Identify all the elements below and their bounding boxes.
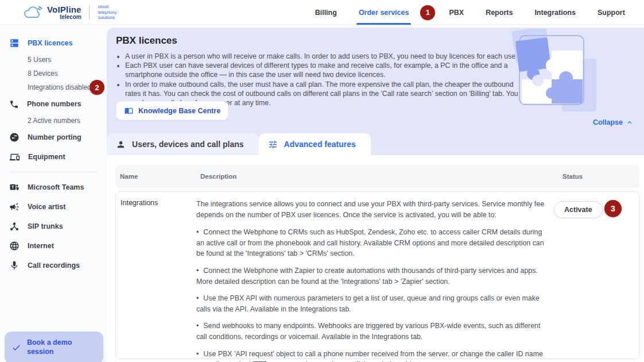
sidebar-item-phone-numbers[interactable]: Phone numbers xyxy=(0,94,107,114)
megaphone-icon xyxy=(9,202,20,212)
tune-icon xyxy=(268,140,278,149)
sidebar: PBX licences 5 Users 8 Devices Integrati… xyxy=(0,25,107,362)
description-bullet: •Use the PBX API with numerous parameter… xyxy=(196,293,546,314)
svg-text:T: T xyxy=(11,184,14,190)
sidebar-item-pbx-licences[interactable]: PBX licences xyxy=(0,33,107,53)
column-description: Description xyxy=(196,173,558,180)
porting-swap-icon xyxy=(9,132,20,143)
top-navigation: Billing Order services 1 PBX Reports Int… xyxy=(315,0,625,25)
info-bullet: A user in PBX is a person who will recei… xyxy=(125,52,520,61)
pbx-licences-icon xyxy=(9,38,20,48)
row-status: Activate 3 xyxy=(557,199,639,362)
nav-order-services[interactable]: Order services xyxy=(359,0,409,25)
sidebar-item-equipment[interactable]: Equipment xyxy=(0,147,107,167)
knowledge-base-button[interactable]: Knowledge Base Centre xyxy=(116,101,228,120)
sidebar-item-call-recordings[interactable]: Call recordings xyxy=(0,256,107,275)
nav-support[interactable]: Support xyxy=(598,0,625,25)
book-demo-button[interactable]: Book a demo session xyxy=(5,332,103,362)
table-row-integrations: Integrations The integrations service al… xyxy=(115,191,639,359)
globe-icon xyxy=(9,241,20,251)
sidebar-item-users[interactable]: 5 Users xyxy=(0,53,107,67)
description-intro: The integrations service allows you to c… xyxy=(196,199,546,220)
tab-users-devices-call-plans[interactable]: Users, devices and call plans xyxy=(107,133,259,155)
nav-integrations[interactable]: Integrations xyxy=(534,0,576,25)
integrations-disabled-badge: 2 xyxy=(90,80,104,95)
sidebar-item-sip-trunks[interactable]: SIP trunks xyxy=(0,217,107,236)
column-name: Name xyxy=(115,173,196,180)
puzzle-illustration xyxy=(505,29,599,118)
pbx-licences-header-panel: PBX licences A user in PBX is a person w… xyxy=(107,28,644,132)
info-bullet: Each PBX user can have several devices o… xyxy=(125,61,520,79)
activate-badge: 3 xyxy=(604,200,622,217)
description-bullet: •Connect the Webphone with Zapier to cre… xyxy=(196,265,546,287)
logo-divider xyxy=(89,6,90,20)
advanced-features-content: Name Description Status Integrations The… xyxy=(107,155,644,362)
nav-order-services-badge: 1 xyxy=(420,5,435,20)
description-bullet: •Send webhooks to many endpoints. Webhoo… xyxy=(196,321,546,342)
sidebar-item-voice-artist[interactable]: Voice artist xyxy=(0,197,107,217)
main-area: PBX licences A user in PBX is a person w… xyxy=(107,25,644,362)
row-description: The integrations service allows you to c… xyxy=(196,199,557,362)
nav-billing[interactable]: Billing xyxy=(315,0,337,25)
tab-advanced-features[interactable]: Advanced features xyxy=(259,133,371,155)
brand-tagline: cloud telephony solutions xyxy=(98,4,126,20)
activate-button[interactable]: Activate xyxy=(554,201,603,218)
sidebar-item-devices[interactable]: 8 Devices xyxy=(0,67,107,80)
sidebar-item-internet[interactable]: Internet xyxy=(0,236,107,256)
sidebar-item-active-numbers[interactable]: 2 Active numbers xyxy=(0,114,107,128)
brand-logo[interactable]: VoIPline telecom cloud telephony solutio… xyxy=(23,4,126,20)
sidebar-divider xyxy=(9,172,98,172)
microsoft-teams-icon: T xyxy=(9,182,20,192)
open-book-icon xyxy=(124,106,134,115)
description-bullet: •Use PBX 'API request' object to call a … xyxy=(196,349,546,362)
description-bullet: •Connect the Webphone to CRMs such as Hu… xyxy=(196,227,546,259)
check-icon xyxy=(11,342,21,353)
chevron-up-icon xyxy=(626,118,634,126)
tabs-bar: Users, devices and call plans Advanced f… xyxy=(107,132,644,155)
microphone-icon xyxy=(9,260,20,271)
top-bar: VoIPline telecom cloud telephony solutio… xyxy=(0,0,644,25)
nav-pbx[interactable]: PBX xyxy=(449,0,464,25)
sip-trunks-hub-icon xyxy=(9,221,20,232)
equipment-devices-icon xyxy=(9,152,20,162)
nav-reports[interactable]: Reports xyxy=(486,0,513,25)
phone-icon xyxy=(9,99,19,109)
brand-name: VoIPline telecom xyxy=(47,5,82,20)
table-header: Name Description Status xyxy=(115,165,639,188)
cloud-logo-icon xyxy=(23,5,42,20)
row-name: Integrations xyxy=(116,199,196,362)
sidebar-item-number-porting[interactable]: Number porting xyxy=(0,128,107,147)
collapse-link[interactable]: Collapse xyxy=(593,118,634,126)
pbx-info-bullets: A user in PBX is a person who will recei… xyxy=(125,52,520,107)
sidebar-item-integrations-disabled[interactable]: Integrations disabled 2 xyxy=(0,80,107,94)
sidebar-item-microsoft-teams[interactable]: T Microsoft Teams xyxy=(0,178,107,197)
column-status: Status xyxy=(558,173,639,180)
person-icon xyxy=(116,140,126,149)
